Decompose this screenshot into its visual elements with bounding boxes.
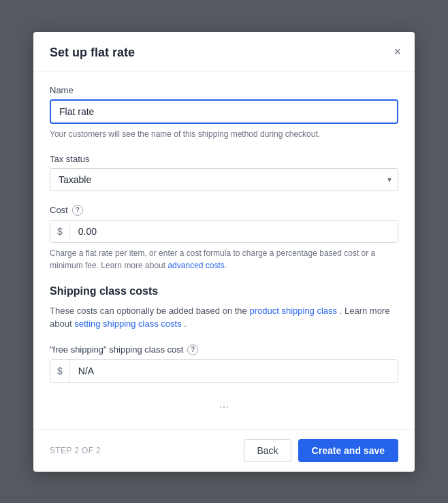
free-shipping-input[interactable] bbox=[70, 360, 398, 382]
name-hint: Your customers will see the name of this… bbox=[50, 128, 398, 140]
shipping-class-title: Shipping class costs bbox=[50, 285, 398, 297]
name-field-group: Name Your customers will see the name of… bbox=[50, 85, 398, 140]
modal-footer: STEP 2 OF 2 Back Create and save bbox=[33, 429, 415, 472]
modal-body: Name Your customers will see the name of… bbox=[33, 71, 415, 429]
setting-shipping-class-costs-link[interactable]: setting shipping class costs bbox=[74, 319, 182, 329]
shipping-class-section: Shipping class costs These costs can opt… bbox=[50, 285, 398, 331]
name-input[interactable] bbox=[50, 99, 398, 124]
shipping-class-desc: These costs can optionally be added base… bbox=[50, 304, 398, 331]
step-label: STEP 2 OF 2 bbox=[50, 446, 101, 455]
cost-input-wrapper: $ bbox=[50, 220, 398, 243]
cost-field-group: Cost ? $ Charge a flat rate per item, or… bbox=[50, 205, 398, 272]
cost-help-icon[interactable]: ? bbox=[72, 205, 83, 216]
free-shipping-label: "free shipping" shipping class cost bbox=[50, 344, 183, 355]
modal-title: Set up flat rate bbox=[50, 46, 398, 60]
create-and-save-button[interactable]: Create and save bbox=[298, 439, 398, 462]
setup-flat-rate-modal: Set up flat rate × Name Your customers w… bbox=[33, 32, 415, 472]
tax-status-field-group: Tax status Taxable None ▾ bbox=[50, 154, 398, 191]
cost-input[interactable] bbox=[70, 221, 398, 242]
product-shipping-class-link[interactable]: product shipping class bbox=[249, 306, 337, 316]
free-shipping-label-row: "free shipping" shipping class cost ? bbox=[50, 344, 398, 355]
advanced-costs-link[interactable]: advanced costs bbox=[167, 261, 224, 270]
tax-status-label: Tax status bbox=[50, 154, 398, 164]
free-shipping-help-icon[interactable]: ? bbox=[187, 344, 198, 355]
cost-currency-prefix: $ bbox=[50, 221, 70, 242]
scroll-indicator: ⋯ bbox=[50, 396, 398, 415]
back-button[interactable]: Back bbox=[244, 439, 291, 462]
modal-header: Set up flat rate × bbox=[33, 32, 415, 71]
name-label: Name bbox=[50, 85, 398, 95]
tax-status-select[interactable]: Taxable None bbox=[50, 168, 398, 191]
close-button[interactable]: × bbox=[391, 43, 404, 61]
cost-label: Cost bbox=[50, 205, 68, 215]
footer-actions: Back Create and save bbox=[244, 439, 398, 462]
free-shipping-currency-prefix: $ bbox=[50, 360, 70, 382]
cost-label-row: Cost ? bbox=[50, 205, 398, 216]
tax-status-select-wrapper: Taxable None ▾ bbox=[50, 168, 398, 191]
free-shipping-input-wrapper: $ bbox=[50, 359, 398, 383]
free-shipping-field-group: "free shipping" shipping class cost ? $ bbox=[50, 344, 398, 383]
cost-hint: Charge a flat rate per item, or enter a … bbox=[50, 247, 398, 272]
